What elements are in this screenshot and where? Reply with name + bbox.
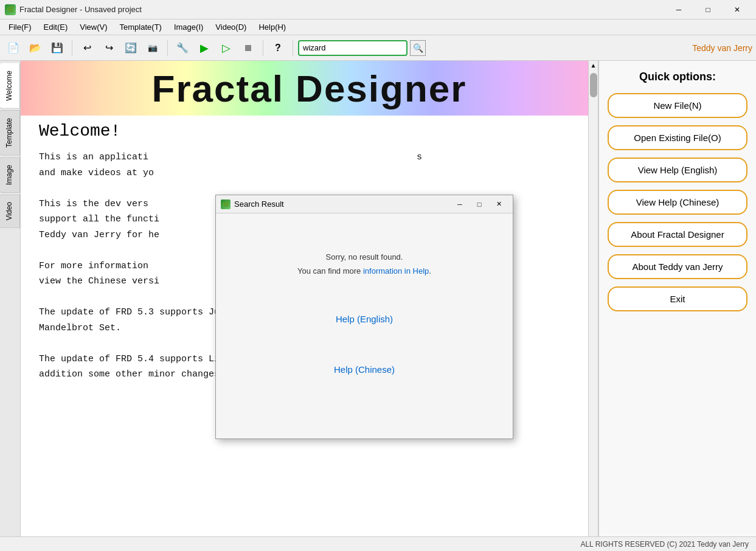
window-controls: ─ □ ✕ (665, 1, 751, 18)
save-button[interactable]: 💾 (47, 38, 67, 58)
help-button[interactable]: ? (268, 38, 288, 58)
maximize-button[interactable]: □ (694, 1, 722, 18)
menu-edit[interactable]: Edit(E) (38, 21, 74, 33)
dialog-maximize-button[interactable]: □ (470, 198, 488, 211)
dialog-close-button[interactable]: ✕ (490, 198, 508, 211)
right-panel: Quick options: New File(N) Open Existing… (598, 61, 756, 536)
minimize-button[interactable]: ─ (665, 1, 693, 18)
new-file-button[interactable]: New File(N) (608, 93, 747, 118)
help-chinese-link[interactable]: Help (Chinese) (322, 359, 407, 379)
tab-image[interactable]: Image (0, 157, 20, 193)
window-title: Fractal Designer - Unsaved project (19, 5, 665, 14)
side-tabs: Welcome Template Image Video (0, 61, 21, 536)
about-fractal-designer-button[interactable]: About Fractal Designer (608, 222, 747, 247)
dialog-title: Search Result (234, 199, 451, 209)
help-english-link[interactable]: Help (English) (324, 309, 405, 329)
title-bar: 🌿 Fractal Designer - Unsaved project ─ □… (0, 0, 756, 19)
open-file-button[interactable]: Open Existing File(O) (608, 125, 747, 150)
view-help-english-button[interactable]: View Help (English) (608, 158, 747, 182)
app-icon: 🌿 (5, 4, 16, 15)
run2-button[interactable]: ▷ (217, 38, 236, 58)
search-result-dialog: 🌿 Search Result ─ □ ✕ Sorry, no result f… (215, 195, 513, 439)
tab-welcome[interactable]: Welcome (0, 63, 20, 109)
status-text: ALL RIGHTS RESERVED (C) 2021 Teddy van J… (580, 540, 749, 549)
toolbar-separator-1 (72, 40, 72, 56)
search-input[interactable] (298, 40, 407, 56)
screenshot-button[interactable]: 📷 (143, 38, 162, 58)
tab-template[interactable]: Template (0, 110, 20, 156)
help-link[interactable]: information in Help (363, 266, 429, 276)
dialog-body: Sorry, no result found. You can find mor… (216, 213, 513, 438)
about-teddy-button[interactable]: About Teddy van Jerry (608, 254, 747, 279)
redo-button[interactable]: ↪ (99, 38, 119, 58)
no-result-line1: Sorry, no result found. (326, 252, 403, 262)
new-button[interactable]: 📄 (4, 38, 23, 58)
dialog-app-icon: 🌿 (221, 199, 231, 209)
dialog-minimize-button[interactable]: ─ (451, 198, 469, 211)
menu-view[interactable]: View(V) (74, 21, 113, 33)
main-area: Welcome Template Image Video Fractal Des… (0, 61, 756, 536)
exit-button[interactable]: Exit (608, 286, 747, 311)
undo-button[interactable]: ↩ (77, 38, 97, 58)
run-button[interactable]: ▶ (195, 38, 214, 58)
tab-video[interactable]: Video (0, 194, 20, 228)
stop-button[interactable]: ⏹ (238, 38, 258, 58)
menu-help[interactable]: Help(H) (252, 21, 292, 33)
no-result-message: Sorry, no result found. You can find mor… (297, 250, 431, 279)
content-area: Fractal Designer Welcome! This is an app… (21, 61, 598, 536)
menu-template[interactable]: Template(T) (114, 21, 168, 33)
toolbar-separator-2 (167, 40, 168, 56)
view-help-chinese-button[interactable]: View Help (Chinese) (608, 190, 747, 215)
toolbar: 📄 📂 💾 ↩ ↪ 🔄 📷 🔧 ▶ ▷ ⏹ ? 🔍 Teddy van Jerr… (0, 35, 756, 61)
quick-options-title: Quick options: (608, 71, 747, 83)
search-button[interactable]: 🔍 (410, 40, 426, 56)
menu-image[interactable]: Image(I) (168, 21, 209, 33)
menu-video[interactable]: Video(D) (209, 21, 252, 33)
dialog-window-controls: ─ □ ✕ (451, 198, 508, 211)
toolbar-separator-3 (263, 40, 263, 56)
toolbar-separator-4 (293, 40, 293, 56)
no-result-end: . (429, 266, 431, 276)
open-button[interactable]: 📂 (26, 38, 45, 58)
menu-bar: File(F) Edit(E) View(V) Template(T) Imag… (0, 19, 756, 35)
status-bar: ALL RIGHTS RESERVED (C) 2021 Teddy van J… (0, 536, 756, 551)
refresh-button[interactable]: 🔄 (121, 38, 140, 58)
settings-button[interactable]: 🔧 (173, 38, 192, 58)
dialog-overlay: 🌿 Search Result ─ □ ✕ Sorry, no result f… (21, 61, 598, 536)
dialog-titlebar: 🌿 Search Result ─ □ ✕ (216, 195, 513, 213)
menu-file[interactable]: File(F) (2, 21, 38, 33)
close-button[interactable]: ✕ (723, 1, 751, 18)
user-label: Teddy van Jerry (692, 43, 752, 53)
no-result-line2: You can find more (297, 266, 363, 276)
